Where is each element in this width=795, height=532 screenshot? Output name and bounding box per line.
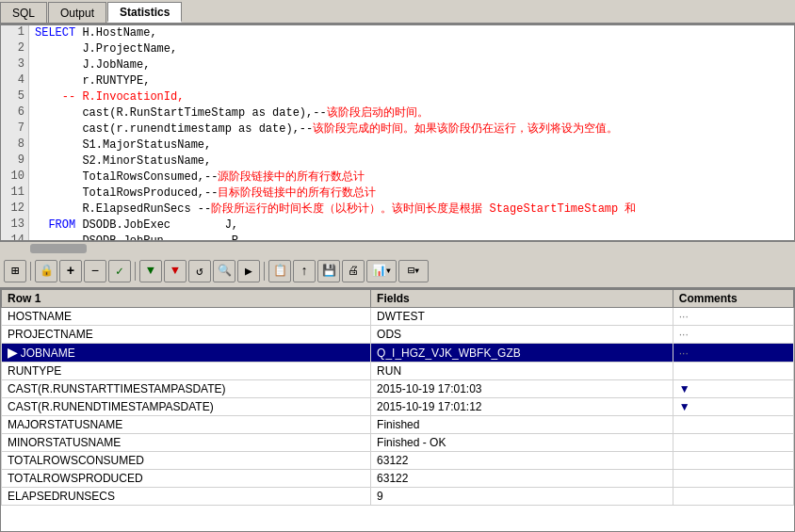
cell-field-name: CAST(R.RUNSTARTTIMESTAMPASDATE): [2, 380, 371, 398]
cell-field-value: 2015-10-19 17:01:12: [371, 398, 673, 416]
cell-field-value: Finished: [371, 416, 673, 434]
table-row[interactable]: MAJORSTATUSNAMEFinished: [2, 416, 794, 434]
dropdown-arrow-icon[interactable]: ▼: [679, 400, 690, 413]
arrow-right-icon: ▶: [245, 264, 252, 279]
dropdown-arrow-icon[interactable]: ▼: [679, 382, 690, 395]
tab-sql[interactable]: SQL: [0, 2, 47, 23]
sort-asc-icon: ↑: [300, 264, 308, 279]
sql-line-11: 11 TotalRowsProduced,--目标阶段链接中的所有行数总计: [1, 185, 794, 202]
sql-line-5: 5 -- R.InvocationId,: [1, 89, 794, 105]
chart-dropdown-icon: ▼: [386, 266, 391, 275]
toolbar: ⊞ 🔒 + − ✓ ▼ ▼ ↺ 🔍 ▶ 📋 ↑ 💾: [0, 254, 795, 288]
chart-icon: 📊: [372, 264, 386, 278]
grid2-dropdown-icon: ▼: [414, 266, 419, 275]
cell-field-value: ODS: [371, 326, 673, 344]
table-row[interactable]: CAST(R.RUNENDTIMESTAMPASDATE)2015-10-19 …: [2, 398, 794, 416]
table-row[interactable]: TOTALROWSCONSUMED63122: [2, 452, 794, 470]
cell-comment: [673, 488, 793, 506]
sql-line-3: 3 J.JobName,: [1, 57, 794, 73]
cell-field-value: 9: [371, 488, 673, 506]
cell-comment: ···: [673, 344, 793, 363]
copy-button[interactable]: 📋: [268, 260, 291, 282]
cell-field-value: 2015-10-19 17:01:03: [371, 380, 673, 398]
cell-field-name: ▶ JOBNAME: [2, 344, 371, 363]
sql-line-12: 12 R.ElapsedRunSecs --阶段所运行的时间长度（以秒计）。该时…: [1, 202, 794, 218]
ellipsis-icon: ···: [679, 310, 689, 323]
cell-comment: ···: [673, 308, 793, 326]
sql-content: 1 SELECT H.HostName, 2 J.ProjectName, 3 …: [1, 25, 794, 241]
search-icon: 🔍: [218, 264, 232, 278]
table-row[interactable]: MINORSTATUSNAMEFinished - OK: [2, 434, 794, 452]
search-button[interactable]: 🔍: [213, 260, 235, 282]
grid-view-button[interactable]: ⊞: [4, 260, 26, 282]
cell-field-name: PROJECTNAME: [2, 326, 371, 344]
cell-comment: ···: [673, 326, 793, 344]
chart-button[interactable]: 📊 ▼: [366, 260, 397, 282]
filter-red-icon: ▼: [171, 264, 179, 278]
save-button[interactable]: 💾: [317, 260, 340, 282]
confirm-button[interactable]: ✓: [108, 260, 131, 282]
results-area[interactable]: Row 1 Fields Comments HOSTNAMEDWTEST···P…: [0, 288, 795, 532]
table-row[interactable]: ELAPSEDRUNSECS9: [2, 488, 794, 506]
cell-field-name: RUNTYPE: [2, 363, 371, 380]
table-row[interactable]: CAST(R.RUNSTARTTIMESTAMPASDATE)2015-10-1…: [2, 380, 794, 398]
table-header-row: Row 1 Fields Comments: [2, 290, 794, 308]
cell-comment: ▼: [673, 398, 793, 416]
col-header-fields: Fields: [371, 290, 673, 308]
table-row[interactable]: ▶ JOBNAMEQ_I_HGZ_VJK_WBFK_GZB···: [2, 344, 794, 363]
copy-icon: 📋: [273, 264, 287, 278]
cell-comment: [673, 434, 793, 452]
sql-editor[interactable]: 1 SELECT H.HostName, 2 J.ProjectName, 3 …: [0, 24, 795, 241]
sql-line-6: 6 cast(R.RunStartTimeStamp as date),--该阶…: [1, 105, 794, 121]
toolbar-separator-2: [135, 262, 136, 281]
cell-field-value: 63122: [371, 452, 673, 470]
filter-green-button[interactable]: ▼: [139, 260, 162, 282]
print-button[interactable]: 🖨: [342, 260, 365, 282]
toolbar-separator-1: [30, 262, 31, 281]
cell-comment: [673, 470, 793, 488]
col-header-comments: Comments: [673, 290, 793, 308]
sql-line-7: 7 cast(r.runendtimestamp as date),--该阶段完…: [1, 121, 794, 137]
sql-line-8: 8 S1.MajorStatusName,: [1, 137, 794, 153]
ellipsis-icon: ···: [679, 347, 689, 360]
minus-icon: −: [91, 264, 99, 279]
check-icon: ✓: [116, 264, 123, 279]
table-row[interactable]: TOTALROWSPRODUCED63122: [2, 470, 794, 488]
sql-line-1: 1 SELECT H.HostName,: [1, 25, 794, 41]
cell-field-name: HOSTNAME: [2, 308, 371, 326]
tab-output[interactable]: Output: [48, 2, 106, 23]
grid2-button[interactable]: ⊟ ▼: [398, 260, 429, 282]
cell-field-value: Finished - OK: [371, 434, 673, 452]
filter-red-button[interactable]: ▼: [164, 260, 187, 282]
filter-green-icon: ▼: [147, 264, 154, 278]
cell-field-name: ELAPSEDRUNSECS: [2, 488, 371, 506]
table-row[interactable]: HOSTNAMEDWTEST···: [2, 308, 794, 326]
tab-statistics[interactable]: Statistics: [107, 2, 182, 23]
grid-icon: ⊞: [11, 263, 19, 279]
table-row[interactable]: PROJECTNAMEODS···: [2, 326, 794, 344]
sql-line-10: 10 TotalRowsConsumed,--源阶段链接中的所有行数总计: [1, 169, 794, 185]
col-header-row: Row 1: [2, 290, 371, 308]
sql-line-2: 2 J.ProjectName,: [1, 41, 794, 57]
add-button[interactable]: +: [59, 260, 82, 282]
horizontal-scrollbar[interactable]: [0, 241, 795, 254]
cell-field-value: Q_I_HGZ_VJK_WBFK_GZB: [371, 344, 673, 363]
lock-button[interactable]: 🔒: [35, 260, 57, 282]
toolbar-separator-3: [264, 262, 265, 281]
cell-field-value: RUN: [371, 363, 673, 380]
arrow-right-button[interactable]: ▶: [237, 260, 260, 282]
sort-asc-button[interactable]: ↑: [293, 260, 316, 282]
save-icon: 💾: [322, 264, 336, 278]
remove-button[interactable]: −: [84, 260, 106, 282]
print-icon: 🖨: [348, 264, 359, 278]
refresh-button[interactable]: ↺: [188, 260, 211, 282]
cell-field-value: DWTEST: [371, 308, 673, 326]
grid2-icon: ⊟: [408, 264, 414, 278]
add-icon: +: [67, 264, 74, 279]
ellipsis-icon: ···: [679, 328, 689, 341]
table-row[interactable]: RUNTYPERUN: [2, 363, 794, 380]
cell-comment: [673, 416, 793, 434]
cell-field-name: TOTALROWSPRODUCED: [2, 470, 371, 488]
sql-line-14: 14 DSODB.JobRun R,: [1, 234, 794, 241]
cell-comment: [673, 452, 793, 470]
